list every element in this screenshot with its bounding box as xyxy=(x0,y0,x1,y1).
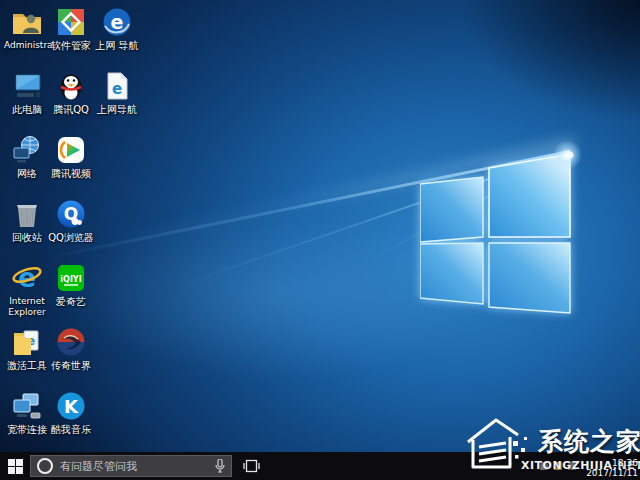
desktop-icon-software-manager[interactable]: 软件管家 xyxy=(48,6,94,68)
tencent-video-icon xyxy=(55,134,87,166)
icon-label: 爱奇艺 xyxy=(48,296,94,307)
kuwo-music-icon: K xyxy=(55,390,87,422)
desktop: Administra... 此电脑 网络 回收站 e xyxy=(0,0,640,480)
windows-hero-logo xyxy=(420,150,580,318)
icon-label: 此电脑 xyxy=(4,104,50,115)
icon-label: 传奇世界 xyxy=(48,360,94,371)
tray-icon[interactable] xyxy=(540,462,548,470)
qq-browser-icon: Q xyxy=(55,198,87,230)
icon-label: 腾讯QQ xyxy=(48,104,94,115)
this-pc-icon xyxy=(11,70,43,102)
tray-icon[interactable] xyxy=(568,462,576,470)
icon-label: 激活工具 xyxy=(4,360,50,371)
cortana-icon xyxy=(37,458,53,474)
icon-label: 酷我音乐 xyxy=(48,424,94,435)
wallpaper-glow xyxy=(60,210,490,380)
light-beam xyxy=(173,150,571,289)
desktop-icon-internet-explorer[interactable]: e Internet Explorer xyxy=(4,262,50,324)
desktop-icon-recycle-bin[interactable]: 回收站 xyxy=(4,198,50,260)
svg-text:iQIYI: iQIYI xyxy=(60,275,81,284)
tray-clock[interactable]: 18:36 2017/11/11 xyxy=(586,458,638,478)
tray-icon[interactable] xyxy=(554,462,562,470)
internet-explorer-icon: e xyxy=(11,262,43,294)
legend-world-game-icon xyxy=(55,326,87,358)
svg-text:K: K xyxy=(64,396,79,417)
desktop-icon-tencent-video[interactable]: 腾讯视频 xyxy=(48,134,94,196)
desktop-icon-qq-browser[interactable]: Q QQ浏览器 xyxy=(48,198,94,260)
desktop-icon-iqiyi[interactable]: iQIYI 爱奇艺 xyxy=(48,262,94,324)
software-manager-icon xyxy=(55,6,87,38)
web-navigation-doc-icon: e xyxy=(101,70,133,102)
icon-label: QQ浏览器 xyxy=(48,232,94,243)
wallpaper-flare xyxy=(552,140,582,170)
svg-text:e: e xyxy=(112,80,122,98)
web-navigation-icon: e xyxy=(101,6,133,38)
tray-date: 2017/11/11 xyxy=(586,468,638,478)
desktop-icon-web-nav-round[interactable]: e 上网 导航 xyxy=(94,6,140,68)
recycle-bin-icon xyxy=(11,198,43,230)
iqiyi-icon: iQIYI xyxy=(55,262,87,294)
light-beam xyxy=(349,152,571,271)
desktop-icon-web-nav-doc[interactable]: e 上网导航 xyxy=(94,70,140,132)
desktop-icon-this-pc[interactable]: 此电脑 xyxy=(4,70,50,132)
start-button[interactable] xyxy=(0,452,30,480)
tray-time: 18:36 xyxy=(586,458,638,468)
icon-label: 腾讯视频 xyxy=(48,168,94,179)
desktop-icon-tencent-qq[interactable]: 腾讯QQ xyxy=(48,70,94,132)
light-beam xyxy=(70,136,577,257)
desktop-icon-legend-world[interactable]: 传奇世界 xyxy=(48,326,94,388)
svg-text:e: e xyxy=(111,11,124,33)
icon-label: Administra... xyxy=(4,40,50,51)
icon-label: 宽带连接 xyxy=(4,424,50,435)
desktop-icon-network[interactable]: 网络 xyxy=(4,134,50,196)
broadband-connection-icon xyxy=(11,390,43,422)
icon-label: 网络 xyxy=(4,168,50,179)
search-placeholder: 有问题尽管问我 xyxy=(60,459,215,474)
user-folder-icon xyxy=(11,6,43,38)
activation-tool-icon: e xyxy=(11,326,43,358)
task-view-icon xyxy=(243,459,260,473)
icon-label: 上网导航 xyxy=(94,104,140,115)
task-view-button[interactable] xyxy=(236,452,266,480)
system-tray[interactable] xyxy=(540,452,576,480)
icon-label: 软件管家 xyxy=(48,40,94,51)
icon-label: 回收站 xyxy=(4,232,50,243)
light-beam xyxy=(41,150,571,261)
windows-start-icon xyxy=(8,459,23,474)
network-icon xyxy=(11,134,43,166)
desktop-icon-broadband[interactable]: 宽带连接 xyxy=(4,390,50,452)
icon-label: Internet Explorer xyxy=(4,296,50,318)
microphone-icon[interactable] xyxy=(215,459,225,473)
qq-penguin-icon xyxy=(55,70,87,102)
taskbar: 有问题尽管问我 xyxy=(0,452,640,480)
icon-label: 上网 导航 xyxy=(94,40,140,51)
desktop-icon-kuwo-music[interactable]: K 酷我音乐 xyxy=(48,390,94,452)
desktop-icon-activation-tool[interactable]: e 激活工具 xyxy=(4,326,50,388)
cortana-search-box[interactable]: 有问题尽管问我 xyxy=(30,455,232,477)
desktop-icon-administrator[interactable]: Administra... xyxy=(4,6,50,68)
